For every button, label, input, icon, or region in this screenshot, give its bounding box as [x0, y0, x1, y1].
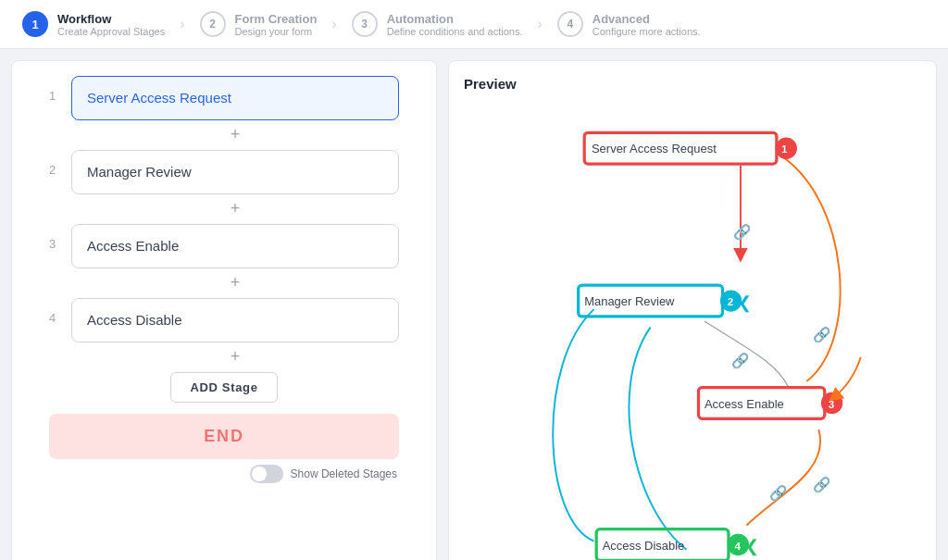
svg-text:2: 2: [728, 295, 734, 307]
svg-text:3: 3: [829, 398, 835, 410]
step-1-subtitle: Create Approval Stages: [57, 26, 165, 37]
svg-text:🔗: 🔗: [813, 476, 831, 493]
stage-4-number: 4: [49, 311, 64, 325]
stage-3-number: 3: [49, 237, 64, 251]
bottom-bar: Show Deleted Stages: [49, 459, 399, 483]
stage-4-title: Access Disable: [87, 312, 182, 328]
svg-text:❮: ❮: [745, 537, 759, 556]
stage-card-1[interactable]: Server Access Request: [71, 76, 399, 120]
show-deleted-toggle[interactable]: [250, 465, 283, 483]
step-3-subtitle: Define conditions and actions.: [387, 26, 523, 37]
stage-2-number: 2: [49, 163, 64, 177]
step-2[interactable]: 2 Form Creation Design your form: [200, 11, 318, 37]
stage-row-2: 2 Manager Review +: [49, 150, 399, 217]
svg-text:Server Access Request: Server Access Request: [592, 142, 717, 156]
preview-title: Preview: [464, 76, 921, 92]
show-deleted-label: Show Deleted Stages: [291, 467, 397, 480]
svg-text:Manager Review: Manager Review: [584, 294, 675, 308]
right-panel: Preview 🔗 🔗 🔗 🔗: [448, 60, 937, 560]
stage-4-wrapper: Access Disable +: [71, 298, 399, 365]
step-arrow-3: ›: [537, 16, 542, 32]
step-3[interactable]: 3 Automation Define conditions and actio…: [352, 11, 523, 37]
svg-text:1: 1: [781, 143, 788, 155]
stage-row-4: 4 Access Disable +: [49, 298, 399, 365]
svg-text:🔗: 🔗: [813, 326, 831, 343]
step-4-number: 4: [557, 11, 583, 37]
stage-card-2[interactable]: Manager Review: [71, 150, 399, 194]
toggle-knob: [252, 467, 267, 481]
svg-text:Access Disable: Access Disable: [603, 539, 685, 553]
svg-text:Access Enable: Access Enable: [705, 397, 784, 411]
svg-text:🔗: 🔗: [769, 484, 788, 502]
svg-text:❮: ❮: [738, 293, 752, 313]
stage-2-title: Manager Review: [87, 164, 192, 180]
stage-4-add[interactable]: +: [231, 348, 241, 365]
stage-3-title: Access Enable: [87, 238, 179, 254]
stage-1-number: 1: [49, 89, 64, 103]
step-1-number: 1: [22, 11, 48, 37]
stepper-header: 1 Workflow Create Approval Stages › 2 Fo…: [0, 0, 948, 49]
stage-1-title: Server Access Request: [87, 90, 231, 106]
svg-text:🔗: 🔗: [731, 352, 750, 369]
stage-3-add[interactable]: +: [231, 274, 241, 291]
step-arrow-2: ›: [331, 16, 336, 32]
step-3-number: 3: [352, 11, 378, 37]
step-1-title: Workflow: [57, 12, 165, 26]
step-4[interactable]: 4 Advanced Configure more actions.: [557, 11, 701, 37]
stage-3-wrapper: Access Enable +: [71, 224, 399, 291]
diagram: 🔗 🔗 🔗 🔗: [464, 99, 921, 560]
left-panel: 1 Server Access Request + 2 Manager Revi…: [11, 60, 437, 560]
step-2-number: 2: [200, 11, 226, 37]
step-arrow-1: ›: [180, 16, 184, 32]
svg-text:🔗: 🔗: [733, 223, 752, 241]
end-block: END: [49, 414, 399, 459]
step-4-title: Advanced: [592, 12, 701, 26]
stage-2-add[interactable]: +: [231, 200, 241, 217]
svg-text:4: 4: [734, 540, 741, 552]
step-3-title: Automation: [387, 12, 523, 26]
add-stage-button[interactable]: ADD Stage: [170, 372, 277, 403]
step-4-subtitle: Configure more actions.: [592, 26, 701, 37]
step-2-title: Form Creation: [235, 12, 318, 26]
step-1[interactable]: 1 Workflow Create Approval Stages: [22, 11, 165, 37]
stage-card-3[interactable]: Access Enable: [71, 224, 399, 268]
stage-2-wrapper: Manager Review +: [71, 150, 399, 217]
main-content: 1 Server Access Request + 2 Manager Revi…: [0, 49, 948, 560]
stage-1-wrapper: Server Access Request +: [71, 76, 399, 143]
stage-row-1: 1 Server Access Request +: [49, 76, 399, 143]
stage-card-4[interactable]: Access Disable: [71, 298, 399, 342]
step-2-subtitle: Design your form: [235, 26, 318, 37]
stage-1-add[interactable]: +: [231, 126, 241, 143]
stage-row-3: 3 Access Enable +: [49, 224, 399, 291]
